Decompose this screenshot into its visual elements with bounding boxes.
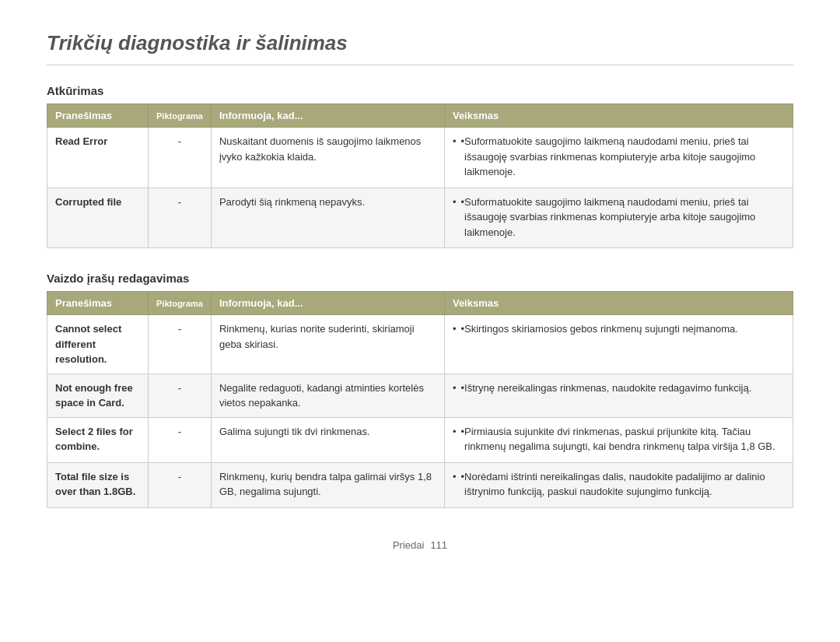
section-vaizdo: Vaizdo įrašų redagavimas Pranešimas Pikt…: [47, 272, 793, 508]
col-veiksmas: Veiksmas: [444, 104, 793, 128]
cell-piktograma: -: [149, 417, 212, 462]
cell-veiksmas: • Norėdami ištrinti nereikalingas dalis,…: [444, 462, 793, 507]
section-vaizdo-title: Vaizdo įrašų redagavimas: [47, 272, 793, 285]
cell-informuoja: Galima sujungti tik dvi rinkmenas.: [211, 417, 444, 462]
bullet-text: • Ištrynę nereikalingas rinkmenas, naudo…: [453, 381, 785, 396]
col-pranesas: Pranešimas: [47, 104, 149, 128]
footer-page-number: 111: [430, 539, 447, 551]
col-informuoja-v: Informuoja, kad...: [211, 292, 444, 315]
cell-piktograma: -: [149, 462, 212, 507]
cell-veiksmas: • Suformatuokite saugojimo laikmeną naud…: [444, 188, 793, 248]
cell-pranesas: Corrupted file: [47, 188, 149, 248]
cell-informuoja: Nuskaitant duomenis iš saugojimo laikmen…: [211, 128, 444, 188]
cell-pranesas: Select 2 files for combine.: [47, 417, 149, 462]
cell-informuoja: Parodyti šią rinkmeną nepavyks.: [211, 188, 444, 248]
cell-pranesas: Not enough free space in Card.: [47, 374, 149, 417]
page-container: Trikčių diagnostika ir šalinimas Atkūrim…: [47, 31, 793, 551]
table-row: Select 2 files for combine.-Galima sujun…: [47, 417, 793, 462]
cell-pranesas: Cannot select different resolution.: [47, 315, 149, 374]
cell-veiksmas: • Pirmiausia sujunkite dvi rinkmenas, pa…: [444, 417, 793, 462]
cell-piktograma: -: [149, 374, 212, 417]
bullet-text: • Pirmiausia sujunkite dvi rinkmenas, pa…: [453, 424, 785, 454]
section-atku-title: Atkūrimas: [47, 84, 793, 97]
cell-pranesas: Total file size is over than 1.8GB.: [47, 462, 149, 507]
cell-piktograma: -: [149, 128, 212, 188]
table-row: Cannot select different resolution.-Rink…: [47, 315, 793, 374]
col-pranesas-v: Pranešimas: [47, 292, 149, 315]
bullet-text: • Norėdami ištrinti nereikalingas dalis,…: [453, 469, 785, 500]
cell-informuoja: Negalite redaguoti, kadangi atminties ko…: [211, 374, 444, 417]
table-atku-header: Pranešimas Piktograma Informuoja, kad...…: [47, 104, 793, 128]
table-vaizdo-header: Pranešimas Piktograma Informuoja, kad...…: [47, 292, 793, 315]
page-title: Trikčių diagnostika ir šalinimas: [47, 31, 793, 65]
footer-label: Priedai: [393, 539, 424, 551]
col-informuoja: Informuoja, kad...: [211, 104, 444, 128]
table-row: Total file size is over than 1.8GB.-Rink…: [47, 462, 793, 507]
table-row: Not enough free space in Card.-Negalite …: [47, 374, 793, 417]
table-row: Corrupted file-Parodyti šią rinkmeną nep…: [47, 188, 793, 248]
cell-veiksmas: • Ištrynę nereikalingas rinkmenas, naudo…: [444, 374, 793, 417]
table-vaizdo: Pranešimas Piktograma Informuoja, kad...…: [47, 291, 793, 508]
cell-veiksmas: • Skirtingos skiriamosios gebos rinkmenų…: [444, 315, 793, 374]
section-atku: Atkūrimas Pranešimas Piktograma Informuo…: [47, 84, 793, 248]
footer: Priedai 111: [47, 539, 793, 551]
col-piktograma: Piktograma: [149, 104, 212, 128]
cell-informuoja: Rinkmenų, kurias norite suderinti, skiri…: [211, 315, 444, 374]
cell-piktograma: -: [149, 315, 212, 374]
cell-informuoja: Rinkmenų, kurių bendra talpa galimai vir…: [211, 462, 444, 507]
bullet-text: • Suformatuokite saugojimo laikmeną naud…: [453, 195, 785, 240]
table-atku: Pranešimas Piktograma Informuoja, kad...…: [47, 103, 793, 248]
bullet-text: • Suformatuokite saugojimo laikmeną naud…: [453, 134, 785, 180]
cell-piktograma: -: [149, 188, 212, 248]
bullet-text: • Skirtingos skiriamosios gebos rinkmenų…: [453, 321, 785, 337]
col-veiksmas-v: Veiksmas: [444, 292, 793, 315]
col-piktograma-v: Piktograma: [149, 292, 212, 315]
table-row: Read Error-Nuskaitant duomenis iš saugoj…: [47, 128, 793, 188]
cell-pranesas: Read Error: [47, 128, 149, 188]
cell-veiksmas: • Suformatuokite saugojimo laikmeną naud…: [444, 128, 793, 188]
